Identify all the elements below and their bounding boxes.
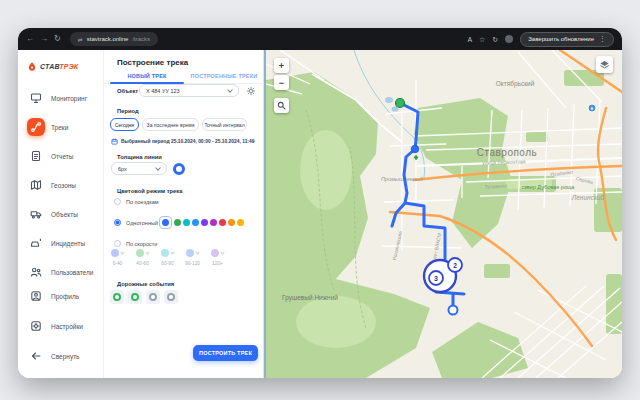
profile-icon <box>27 287 45 305</box>
period-label: Период <box>117 108 139 114</box>
sidebar-item-incidents[interactable]: Инциденты <box>18 231 103 255</box>
brand-logo[interactable]: СТАВТРЭК <box>18 58 103 74</box>
sidebar-item-label: Объекты <box>51 211 78 218</box>
period-option-today[interactable]: Сегодня <box>110 118 139 131</box>
object-select[interactable]: Х 484 УУ 123 <box>139 84 239 97</box>
track-builder-panel: Построение трека НОВЫЙ ТРЕК ПОСТРОЕННЫЕ … <box>104 50 264 378</box>
road-event-toggle-on[interactable] <box>128 290 142 304</box>
sidebar-item-label: Отчеты <box>51 153 73 160</box>
sidebar-item-settings[interactable]: Настройки <box>18 314 103 338</box>
sidebar-item-monitoring[interactable]: Мониторинг <box>18 86 103 110</box>
reload-icon[interactable]: ↻ <box>54 35 61 43</box>
swap-icon: ⇄ <box>78 36 83 43</box>
panel-tabs: НОВЫЙ ТРЕК ПОСТРОЕННЫЕ ТРЕКИ <box>104 71 264 84</box>
sidebar-item-label: Пользователи <box>51 269 93 276</box>
radio-off-icon <box>114 240 121 247</box>
speed-color-select[interactable] <box>130 249 155 257</box>
cluster-count: 3 <box>434 275 438 282</box>
tab-new-track[interactable]: НОВЫЙ ТРЕК <box>110 73 184 79</box>
city-label: Ставрополь <box>477 147 538 158</box>
event-dot-icon <box>149 293 157 301</box>
thickness-preview <box>173 163 185 175</box>
build-track-button[interactable]: ПОСТРОИТЬ ТРЕК <box>193 345 258 361</box>
forward-icon[interactable]: → <box>40 35 48 43</box>
radio-on-icon <box>114 219 121 226</box>
route-cluster-marker-small[interactable]: 2 <box>448 258 462 272</box>
sidebar-item-label: Настройки <box>51 323 83 330</box>
period-option-recent[interactable]: За последнее время <box>142 118 199 131</box>
sidebar-item-reports[interactable]: Отчеты <box>18 144 103 168</box>
back-icon[interactable]: ← <box>26 35 34 43</box>
gear-icon <box>27 317 45 335</box>
gear-icon <box>246 86 256 96</box>
color-swatch-selected[interactable] <box>159 216 172 229</box>
period-option-interval[interactable]: Точный интервал <box>202 118 247 131</box>
zoom-in-button[interactable]: + <box>274 58 289 73</box>
route-end-marker[interactable] <box>449 306 458 315</box>
update-browser-button[interactable]: Завершить обновление ⋮ <box>520 32 614 47</box>
sidebar-item-objects[interactable]: Объекты <box>18 202 103 226</box>
color-mode-by-trips[interactable]: По поездкам <box>114 198 159 205</box>
color-swatch[interactable] <box>174 219 181 226</box>
object-settings-button[interactable] <box>245 85 257 97</box>
sidebar-item-geozones[interactable]: Геозоны <box>18 173 103 197</box>
chevron-down-icon <box>120 250 124 254</box>
thickness-select[interactable]: 6px <box>111 162 167 175</box>
event-dot-icon <box>113 293 121 301</box>
sidebar-item-label: Профиль <box>51 293 79 300</box>
color-swatch[interactable] <box>192 219 199 226</box>
app-content: СТАВТРЭК Мониторинг <box>18 50 622 378</box>
route-point-marker[interactable] <box>411 145 419 153</box>
map-icon <box>27 176 45 194</box>
chevron-down-icon <box>155 165 161 171</box>
bookmark-star-icon[interactable]: ☆ <box>479 36 485 43</box>
road-event-toggle-off[interactable] <box>164 290 178 304</box>
color-swatch[interactable] <box>210 219 217 226</box>
speed-color-select[interactable] <box>205 249 230 257</box>
route-start-marker[interactable] <box>396 99 405 108</box>
browser-chrome: ← → ↻ ⇄ stavtrack.online/tracks A ☆ ↻ За… <box>18 28 622 50</box>
color-mode-solid[interactable]: Однотонный <box>114 219 158 226</box>
color-swatch[interactable] <box>183 219 190 226</box>
sidebar-item-collapse[interactable]: Свернуть <box>18 344 103 368</box>
map-area[interactable]: Ставрополь Октябрьский Ленинский Промышл… <box>264 50 622 378</box>
address-bar[interactable]: ⇄ stavtrack.online/tracks <box>70 32 158 46</box>
sidebar-item-users[interactable]: Пользователи <box>18 260 103 284</box>
users-icon <box>27 263 45 281</box>
radio-off-icon <box>114 198 121 205</box>
sidebar-item-tracks[interactable]: Треки <box>18 115 103 139</box>
browser-window: ← → ↻ ⇄ stavtrack.online/tracks A ☆ ↻ За… <box>18 28 622 378</box>
refresh-timer-icon[interactable]: ↻ <box>492 36 498 43</box>
translate-icon[interactable]: A <box>467 36 472 43</box>
color-swatch[interactable] <box>228 219 235 226</box>
road-events-label: Дорожные события <box>117 281 174 287</box>
zoom-out-button[interactable]: − <box>274 75 289 90</box>
tab-built-tracks[interactable]: ПОСТРОЕННЫЕ ТРЕКИ <box>188 73 260 79</box>
sidebar-item-profile[interactable]: Профиль <box>18 284 103 308</box>
speed-color-select[interactable] <box>105 249 130 257</box>
color-mode-label: Цветовой режим трека <box>117 188 182 194</box>
speed-color-select[interactable] <box>155 249 180 257</box>
thickness-value: 6px <box>118 166 127 172</box>
kebab-menu-icon[interactable]: ⋮ <box>599 35 606 43</box>
event-dot-icon <box>167 293 175 301</box>
road-event-toggle-on[interactable] <box>110 290 124 304</box>
sidebar-item-label: Инциденты <box>51 240 85 247</box>
color-swatch[interactable] <box>237 219 244 226</box>
truck-icon <box>27 205 45 223</box>
sidebar-item-label: Свернуть <box>51 353 80 360</box>
color-mode-by-speed[interactable]: По скорости <box>114 240 157 247</box>
map-search-button[interactable] <box>274 98 289 113</box>
map-layers-button[interactable] <box>596 56 613 73</box>
chevron-down-icon <box>227 87 233 93</box>
color-palette <box>159 216 244 229</box>
speed-range-labels: 0-40 40-60 60-90 90-120 120+ <box>105 261 230 266</box>
color-swatch[interactable] <box>201 219 208 226</box>
speed-color-select[interactable] <box>180 249 205 257</box>
incident-car-icon <box>27 234 45 252</box>
road-event-toggle-off[interactable] <box>146 290 160 304</box>
map-canvas: Ставрополь Октябрьский Ленинский Промышл… <box>266 50 622 378</box>
avatar[interactable] <box>505 35 513 43</box>
color-swatch[interactable] <box>219 219 226 226</box>
road-event-toggles <box>110 290 178 304</box>
